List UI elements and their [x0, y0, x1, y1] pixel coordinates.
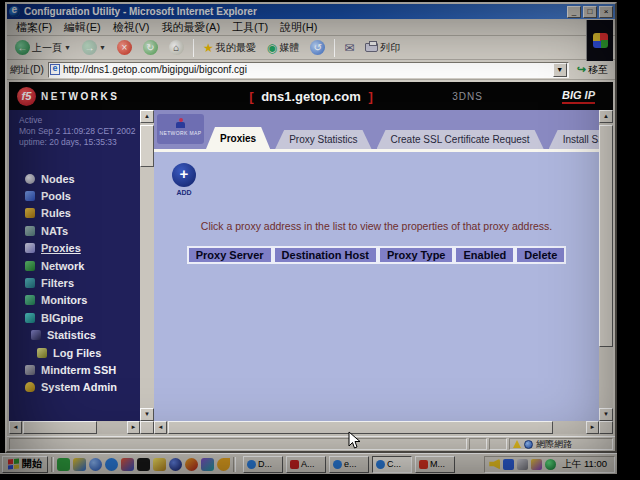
- scroll-up-icon[interactable]: ▲: [599, 110, 613, 123]
- proxies-panel: + ADD Click a proxy address in the list …: [154, 152, 599, 421]
- tab-proxy-statistics[interactable]: Proxy Statistics: [275, 130, 371, 149]
- scroll-right-icon[interactable]: ►: [586, 421, 599, 434]
- task-button-4-active[interactable]: C...: [372, 456, 412, 473]
- browser-window: Configuration Utility - Microsoft Intern…: [5, 2, 617, 453]
- maximize-button[interactable]: □: [583, 6, 597, 18]
- toolbar-separator: [193, 39, 194, 57]
- sidebar-item-nodes[interactable]: Nodes: [9, 170, 140, 187]
- alert-icon: [513, 440, 521, 448]
- quicklaunch-icon-6[interactable]: [137, 458, 150, 471]
- screen: Configuration Utility - Microsoft Intern…: [0, 0, 640, 480]
- sidebar-item-network[interactable]: Network: [9, 257, 140, 274]
- tray-app-icon[interactable]: [531, 459, 542, 470]
- tab-bar: NETWORK MAP Proxies Proxy Statistics Cre…: [154, 110, 613, 149]
- volume-icon[interactable]: [489, 459, 500, 470]
- history-button[interactable]: ↺: [306, 39, 329, 56]
- main-content: NETWORK MAP Proxies Proxy Statistics Cre…: [154, 110, 613, 434]
- scroll-right-icon[interactable]: ►: [127, 421, 140, 434]
- network-map-button[interactable]: NETWORK MAP: [157, 114, 204, 144]
- menu-view[interactable]: 檢視(V): [108, 19, 155, 36]
- quicklaunch-ie-icon[interactable]: [105, 458, 118, 471]
- display-icon[interactable]: [517, 459, 528, 470]
- print-button[interactable]: 列印: [361, 40, 404, 56]
- hostname-text: dns1.getop.com: [257, 89, 365, 104]
- task-button-3[interactable]: e...: [329, 456, 369, 473]
- minimize-button[interactable]: _: [567, 6, 581, 18]
- stop-icon: ×: [117, 40, 132, 55]
- task-button-5[interactable]: M...: [415, 456, 455, 473]
- sidebar-item-pools[interactable]: Pools: [9, 187, 140, 204]
- quicklaunch-icon-8[interactable]: [169, 458, 182, 471]
- stop-button[interactable]: ×: [113, 39, 136, 56]
- tab-create-ssl-certificate-request[interactable]: Create SSL Certificate Request: [377, 130, 544, 149]
- tab-proxies[interactable]: Proxies: [206, 127, 270, 149]
- antivirus-icon[interactable]: [545, 459, 556, 470]
- content-vertical-scrollbar[interactable]: ▲ ▼: [599, 110, 613, 434]
- scrollbar-corner: [140, 421, 154, 434]
- home-button[interactable]: ⌂: [165, 39, 188, 56]
- quicklaunch-icon-11[interactable]: [217, 458, 230, 471]
- back-button[interactable]: ← 上一頁 ▼: [11, 39, 75, 56]
- sidebar-horizontal-scrollbar[interactable]: ◄ ►: [9, 421, 140, 434]
- scroll-left-icon[interactable]: ◄: [9, 421, 22, 434]
- content-horizontal-scrollbar[interactable]: ◄ ►: [154, 421, 599, 434]
- menu-favorites[interactable]: 我的最愛(A): [156, 19, 225, 36]
- menu-file[interactable]: 檔案(F): [11, 19, 57, 36]
- sidebar-item-statistics[interactable]: Statistics: [9, 327, 140, 344]
- scrollbar-thumb[interactable]: [599, 125, 613, 347]
- quicklaunch-icon-2[interactable]: [73, 458, 86, 471]
- sidebar-item-bigpipe[interactable]: BIGpipe: [9, 309, 140, 326]
- menu-tools[interactable]: 工具(T): [227, 19, 273, 36]
- forward-dropdown-icon[interactable]: ▼: [99, 44, 106, 51]
- task-button-2[interactable]: A...: [286, 456, 326, 473]
- forward-button[interactable]: → ▼: [78, 39, 110, 56]
- refresh-button[interactable]: ↻: [139, 39, 162, 56]
- sidebar-item-system-admin[interactable]: System Admin: [9, 379, 140, 396]
- task-button-1[interactable]: D...: [243, 456, 283, 473]
- ie-throbber-icon: [593, 33, 608, 48]
- sidebar-vertical-scrollbar[interactable]: ▲ ▼: [140, 110, 154, 434]
- quicklaunch-icon-1[interactable]: [57, 458, 70, 471]
- sidebar-item-nats[interactable]: NATs: [9, 222, 140, 239]
- scroll-left-icon[interactable]: ◄: [154, 421, 167, 434]
- back-label: 上一頁: [32, 41, 62, 55]
- menu-edit[interactable]: 編輯(E): [59, 19, 106, 36]
- scrollbar-thumb[interactable]: [23, 421, 97, 434]
- sidebar-item-log-files[interactable]: Log Files: [9, 344, 140, 361]
- product-bigip-label: BIG IP: [562, 89, 595, 104]
- add-proxy-button[interactable]: + ADD: [169, 163, 199, 196]
- quicklaunch-icon-10[interactable]: [201, 458, 214, 471]
- add-icon[interactable]: +: [172, 163, 196, 187]
- mail-button[interactable]: ✉: [340, 41, 358, 55]
- scroll-down-icon[interactable]: ▼: [599, 408, 613, 421]
- media-button[interactable]: ◉ 媒體: [263, 40, 303, 56]
- column-header-destination-host: Destination Host: [273, 246, 378, 264]
- scrollbar-thumb[interactable]: [140, 125, 154, 167]
- sidebar-item-filters[interactable]: Filters: [9, 274, 140, 291]
- sidebar-item-monitors[interactable]: Monitors: [9, 292, 140, 309]
- start-button[interactable]: 開始: [2, 456, 48, 473]
- quicklaunch-icon-5[interactable]: [121, 458, 134, 471]
- filters-icon: [25, 278, 35, 288]
- scroll-up-icon[interactable]: ▲: [140, 110, 154, 123]
- address-url[interactable]: http://dns1.getop.com/bigipgui/bigconf.c…: [63, 64, 553, 75]
- mail-icon: ✉: [344, 42, 354, 54]
- menu-help[interactable]: 說明(H): [275, 19, 322, 36]
- address-input[interactable]: http://dns1.getop.com/bigipgui/bigconf.c…: [48, 62, 569, 78]
- close-button[interactable]: ×: [599, 6, 613, 18]
- quicklaunch-icon-3[interactable]: [89, 458, 102, 471]
- scroll-down-icon[interactable]: ▼: [140, 408, 154, 421]
- start-label: 開始: [22, 457, 42, 471]
- back-dropdown-icon[interactable]: ▼: [64, 44, 71, 51]
- sidebar-item-proxies[interactable]: Proxies: [9, 240, 140, 257]
- rules-icon: [25, 208, 35, 218]
- sidebar-item-rules[interactable]: Rules: [9, 205, 140, 222]
- input-language-icon[interactable]: [503, 459, 514, 470]
- f5-banner: f5 NETWORKS [ dns1.getop.com ] 3DNS BIG …: [9, 82, 613, 110]
- address-dropdown-icon[interactable]: ▼: [553, 63, 567, 77]
- go-button[interactable]: ↪ 移至: [573, 63, 612, 77]
- quicklaunch-icon-9[interactable]: [185, 458, 198, 471]
- favorites-button[interactable]: ★ 我的最愛: [199, 40, 260, 56]
- quicklaunch-icon-7[interactable]: [153, 458, 166, 471]
- sidebar-item-mindterm-ssh[interactable]: Mindterm SSH: [9, 361, 140, 378]
